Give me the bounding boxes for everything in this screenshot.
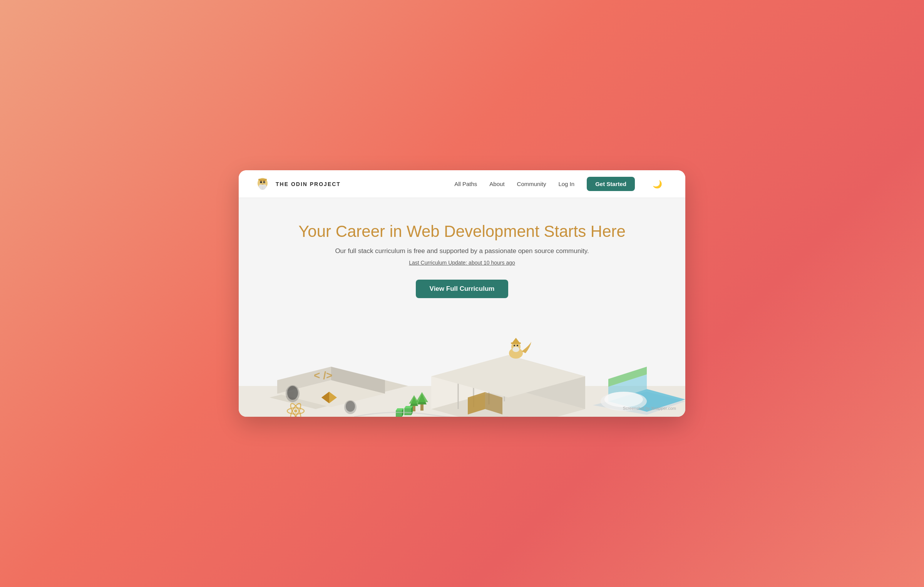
svg-rect-54 [396,411,402,417]
svg-rect-44 [511,342,521,344]
navbar: THE ODIN PROJECT All Paths About Communi… [239,170,685,198]
hero-section: Your Career in Web Development Starts He… [239,198,685,298]
svg-rect-51 [404,408,411,415]
hero-title: Your Career in Web Development Starts He… [298,222,626,241]
svg-point-6 [263,184,266,188]
svg-point-22 [346,401,355,412]
svg-rect-45 [420,404,424,411]
nav-link-login[interactable]: Log In [558,181,574,187]
svg-rect-48 [413,406,415,411]
svg-point-62 [604,392,643,407]
main-card: THE ODIN PROJECT All Paths About Communi… [239,170,685,417]
svg-point-17 [287,386,298,400]
logo-text: THE ODIN PROJECT [276,181,341,187]
svg-text:< />: < /> [314,369,332,381]
get-started-button[interactable]: Get Started [587,177,635,191]
nav-link-about[interactable]: About [489,181,504,187]
svg-point-41 [517,345,518,346]
svg-marker-43 [512,338,520,343]
svg-point-42 [512,347,519,352]
odin-logo-icon [254,176,271,193]
svg-point-40 [514,345,515,346]
screenshot-credit: Screenshot by Xnapper.com [623,406,676,411]
moon-icon: 🌙 [653,179,662,189]
svg-point-26 [294,409,297,413]
svg-point-5 [259,184,262,188]
hero-subtitle: Our full stack curriculum is free and su… [335,247,589,255]
logo-area[interactable]: THE ODIN PROJECT [254,176,341,193]
nav-link-all-paths[interactable]: All Paths [454,181,477,187]
dark-mode-toggle[interactable]: 🌙 [653,179,662,189]
nav-links: All Paths About Community Log In Get Sta… [454,177,662,191]
view-curriculum-button[interactable]: View Full Curriculum [416,280,509,298]
svg-point-1 [260,181,262,183]
nav-link-community[interactable]: Community [517,181,546,187]
isometric-illustration: < /> [239,317,685,417]
svg-rect-8 [258,179,267,181]
curriculum-update-link[interactable]: Last Curriculum Update: about 10 hours a… [409,260,515,266]
